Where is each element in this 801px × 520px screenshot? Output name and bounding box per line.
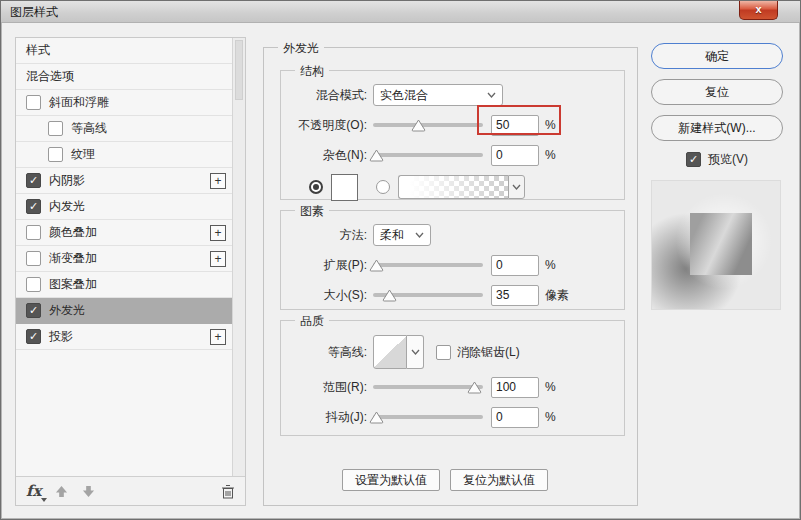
jitter-label: 抖动(J): bbox=[281, 409, 373, 426]
contour-swatch[interactable] bbox=[373, 335, 407, 369]
sidebar-item-styles[interactable]: 样式 bbox=[16, 38, 232, 64]
style-list: 样式 混合选项 斜面和浮雕 等高线 纹理 ✓ 内阴影 + bbox=[16, 38, 232, 476]
sidebar-item-label: 等高线 bbox=[71, 120, 107, 137]
add-effect-button[interactable]: + bbox=[210, 329, 226, 345]
opacity-unit: % bbox=[545, 118, 556, 132]
checkbox-checked[interactable]: ✓ bbox=[26, 173, 41, 188]
size-slider[interactable] bbox=[373, 288, 483, 302]
contour-picker[interactable] bbox=[373, 335, 424, 369]
preview-square bbox=[690, 213, 752, 275]
reset-button[interactable]: 复位 bbox=[651, 79, 783, 105]
sidebar-scrollbar[interactable] bbox=[232, 38, 245, 476]
slider-thumb[interactable] bbox=[411, 118, 426, 136]
slider-track[interactable] bbox=[373, 415, 483, 419]
jitter-unit: % bbox=[545, 410, 556, 424]
sidebar-item-label: 内发光 bbox=[49, 198, 85, 215]
noise-unit: % bbox=[545, 148, 556, 162]
effects-toolbar: fx bbox=[16, 476, 245, 505]
gradient-picker[interactable] bbox=[398, 175, 525, 199]
slider-thumb[interactable] bbox=[369, 410, 384, 428]
slider-thumb[interactable] bbox=[369, 258, 384, 276]
new-style-button[interactable]: 新建样式(W)... bbox=[651, 115, 783, 141]
range-slider[interactable] bbox=[373, 380, 483, 394]
spread-input[interactable] bbox=[491, 255, 539, 276]
slider-track[interactable] bbox=[373, 153, 483, 157]
checkbox-checked[interactable]: ✓ bbox=[26, 303, 41, 318]
preview-checkbox[interactable]: ✓ bbox=[686, 152, 701, 167]
fx-menu-button[interactable]: fx bbox=[26, 482, 41, 500]
checkbox-unchecked[interactable] bbox=[48, 147, 63, 162]
glow-color-swatch[interactable] bbox=[331, 174, 358, 201]
reset-default-button[interactable]: 复位为默认值 bbox=[450, 469, 548, 491]
gradient-fill-radio[interactable] bbox=[376, 180, 390, 194]
contour-label: 等高线: bbox=[281, 344, 373, 361]
sidebar-item-label: 渐变叠加 bbox=[49, 250, 97, 267]
sidebar-item-outer-glow[interactable]: ✓ 外发光 bbox=[16, 298, 232, 324]
preview-label: 预览(V) bbox=[708, 151, 748, 168]
structure-legend: 结构 bbox=[295, 63, 329, 80]
checkbox-unchecked[interactable] bbox=[26, 95, 41, 110]
dialog-title: 图层样式 bbox=[10, 4, 58, 21]
add-effect-button[interactable]: + bbox=[210, 173, 226, 189]
checkbox-checked[interactable]: ✓ bbox=[26, 329, 41, 344]
ok-button[interactable]: 确定 bbox=[651, 43, 783, 69]
checkbox-unchecked[interactable] bbox=[26, 277, 41, 292]
gradient-dropdown-button[interactable] bbox=[508, 175, 525, 199]
spread-label: 扩展(P): bbox=[281, 257, 373, 274]
delete-effect-icon[interactable] bbox=[221, 484, 235, 499]
move-effect-up-icon[interactable] bbox=[55, 485, 68, 498]
opacity-input[interactable] bbox=[491, 115, 539, 136]
sidebar-item-inner-glow[interactable]: ✓ 内发光 bbox=[16, 194, 232, 220]
spread-slider[interactable] bbox=[373, 258, 483, 272]
slider-thumb[interactable] bbox=[382, 288, 397, 306]
slider-track[interactable] bbox=[373, 263, 483, 267]
opacity-slider[interactable] bbox=[373, 118, 483, 132]
technique-value: 柔和 bbox=[380, 227, 415, 244]
add-effect-button[interactable]: + bbox=[210, 251, 226, 267]
chevron-down-icon bbox=[415, 232, 424, 238]
sidebar-item-label: 混合选项 bbox=[26, 68, 74, 85]
checkbox-checked[interactable]: ✓ bbox=[26, 199, 41, 214]
elements-legend: 图素 bbox=[295, 203, 329, 220]
sidebar-item-label: 样式 bbox=[26, 42, 50, 59]
sidebar-item-label: 颜色叠加 bbox=[49, 224, 97, 241]
blend-mode-select[interactable]: 实色混合 bbox=[373, 84, 503, 106]
technique-select[interactable]: 柔和 bbox=[373, 224, 431, 246]
sidebar-item-pattern-overlay[interactable]: 图案叠加 bbox=[16, 272, 232, 298]
range-input[interactable] bbox=[491, 377, 539, 398]
sidebar-item-color-overlay[interactable]: 颜色叠加 + bbox=[16, 220, 232, 246]
scrollbar-thumb[interactable] bbox=[235, 40, 243, 100]
sidebar-item-bevel-emboss[interactable]: 斜面和浮雕 bbox=[16, 90, 232, 116]
jitter-input[interactable] bbox=[491, 407, 539, 428]
sidebar-item-drop-shadow[interactable]: ✓ 投影 + bbox=[16, 324, 232, 350]
sidebar-item-texture[interactable]: 纹理 bbox=[16, 142, 232, 168]
sidebar-item-gradient-overlay[interactable]: 渐变叠加 + bbox=[16, 246, 232, 272]
range-unit: % bbox=[545, 380, 556, 394]
checkbox-unchecked[interactable] bbox=[26, 225, 41, 240]
move-effect-down-icon[interactable] bbox=[82, 485, 95, 498]
titlebar[interactable]: 图层样式 x bbox=[1, 1, 800, 23]
spread-unit: % bbox=[545, 258, 556, 272]
gradient-swatch[interactable] bbox=[398, 175, 508, 199]
slider-thumb[interactable] bbox=[369, 148, 384, 166]
sidebar-item-inner-shadow[interactable]: ✓ 内阴影 + bbox=[16, 168, 232, 194]
noise-slider[interactable] bbox=[373, 148, 483, 162]
slider-track[interactable] bbox=[373, 123, 483, 127]
quality-group: 品质 等高线: 消除锯齿(L) 范围(R): bbox=[280, 320, 625, 436]
checkbox-unchecked[interactable] bbox=[26, 251, 41, 266]
noise-input[interactable] bbox=[491, 145, 539, 166]
sidebar-item-blending-options[interactable]: 混合选项 bbox=[16, 64, 232, 90]
color-fill-radio[interactable] bbox=[309, 180, 323, 194]
close-icon[interactable]: x bbox=[739, 1, 778, 20]
slider-thumb[interactable] bbox=[467, 380, 482, 398]
size-input[interactable] bbox=[491, 285, 539, 306]
antialias-checkbox[interactable] bbox=[436, 345, 451, 360]
sidebar-item-contour[interactable]: 等高线 bbox=[16, 116, 232, 142]
sidebar-item-label: 斜面和浮雕 bbox=[49, 94, 109, 111]
jitter-slider[interactable] bbox=[373, 410, 483, 424]
opacity-label: 不透明度(O): bbox=[281, 117, 373, 134]
add-effect-button[interactable]: + bbox=[210, 225, 226, 241]
contour-dropdown-button[interactable] bbox=[407, 335, 424, 369]
checkbox-unchecked[interactable] bbox=[48, 121, 63, 136]
make-default-button[interactable]: 设置为默认值 bbox=[342, 469, 440, 491]
